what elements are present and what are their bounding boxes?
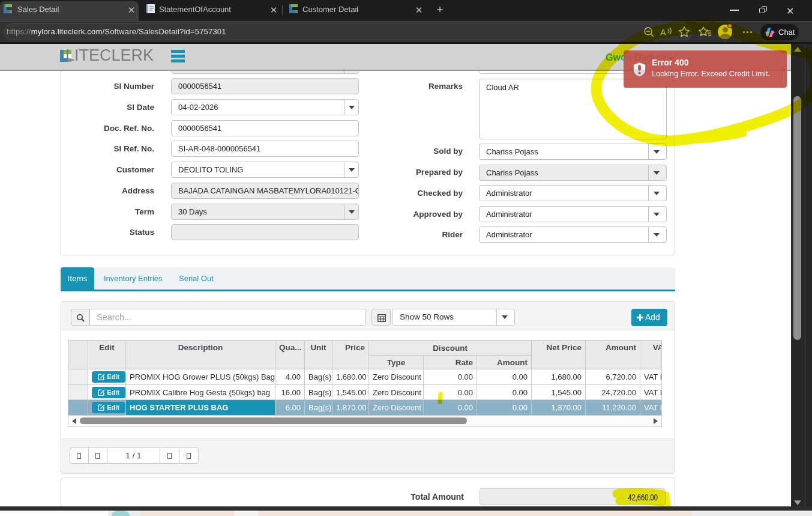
svg-text:A: A [660,27,666,37]
